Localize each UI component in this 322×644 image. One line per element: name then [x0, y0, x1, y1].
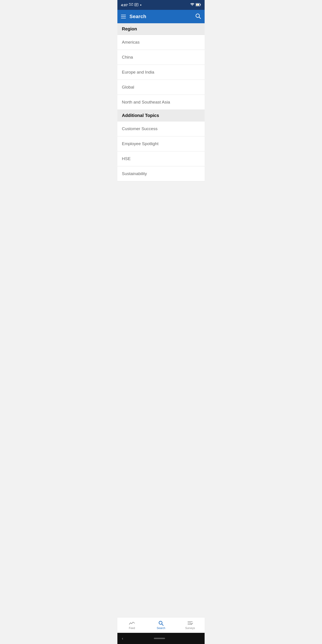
- region-china[interactable]: China: [118, 50, 204, 65]
- svg-rect-2: [135, 4, 138, 4]
- header-search-button[interactable]: [195, 13, 201, 20]
- battery-icon: ⚡: [196, 3, 201, 7]
- region-americas[interactable]: Americas: [118, 35, 204, 50]
- status-time: 4:07: [121, 3, 128, 7]
- additional-topics-section-header: Additional Topics: [118, 110, 204, 122]
- menu-icon: [121, 16, 126, 17]
- menu-icon: [121, 18, 126, 18]
- region-global[interactable]: Global: [118, 80, 204, 95]
- svg-rect-3: [135, 5, 137, 5]
- status-bar: 4:07: [118, 0, 204, 10]
- topic-hse[interactable]: HSE: [118, 152, 204, 166]
- notification-icon-2: [134, 3, 138, 7]
- header-left: Search: [121, 14, 146, 20]
- svg-line-11: [162, 624, 164, 626]
- app-header: Search: [118, 10, 204, 23]
- feed-label: Feed: [129, 626, 135, 630]
- region-section-header: Region: [118, 23, 204, 35]
- wifi-icon: [190, 3, 194, 7]
- search-label: Search: [157, 626, 165, 630]
- region-europe-india[interactable]: Europe and India: [118, 65, 204, 80]
- topic-customer-success[interactable]: Customer Success: [118, 122, 204, 136]
- search-nav-icon: [158, 621, 164, 626]
- bottom-nav: Feed Search Surveys: [118, 617, 204, 633]
- surveys-icon: [187, 621, 193, 626]
- menu-button[interactable]: [121, 15, 126, 18]
- nav-item-search[interactable]: Search: [146, 621, 176, 630]
- system-bar: ‹: [118, 633, 204, 644]
- topic-sustainability[interactable]: Sustainability: [118, 166, 204, 181]
- notification-icon-1: [129, 3, 133, 7]
- dot-indicator: [140, 4, 141, 6]
- region-north-southeast-asia[interactable]: North and Southeast Asia: [118, 95, 204, 110]
- nav-item-feed[interactable]: Feed: [118, 621, 146, 630]
- svg-rect-1: [134, 3, 138, 6]
- back-button[interactable]: ‹: [122, 636, 123, 641]
- topic-employee-spotlight[interactable]: Employee Spotlight: [118, 136, 204, 152]
- main-content: Region Americas China Europe and India G…: [118, 23, 204, 617]
- feed-icon: [129, 621, 135, 626]
- svg-text:⚡: ⚡: [196, 4, 198, 6]
- status-bar-left: 4:07: [121, 3, 141, 7]
- home-indicator[interactable]: [154, 638, 165, 639]
- surveys-label: Surveys: [185, 626, 195, 630]
- page-title: Search: [130, 14, 146, 20]
- svg-line-9: [199, 17, 200, 18]
- svg-rect-6: [200, 4, 201, 5]
- menu-icon: [121, 15, 126, 15]
- status-bar-right: ⚡: [190, 3, 201, 7]
- nav-item-surveys[interactable]: Surveys: [176, 621, 204, 630]
